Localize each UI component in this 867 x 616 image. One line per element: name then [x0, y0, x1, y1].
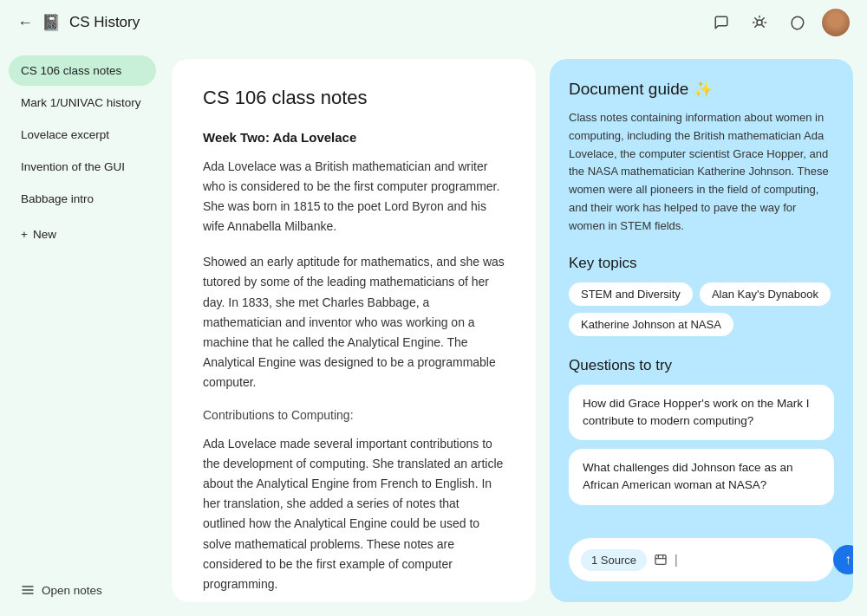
open-notes-icon	[21, 583, 35, 597]
attach-icon	[654, 553, 668, 567]
svg-point-0	[757, 20, 762, 25]
send-icon: ↑	[844, 552, 851, 567]
svg-rect-4	[655, 555, 666, 565]
questions-section: Questions to try How did Grace Hopper's …	[569, 357, 834, 514]
comment-icon	[790, 15, 805, 30]
contributions-title: Contributions to Computing:	[203, 408, 505, 422]
topics-container: STEM and Diversity Alan Kay's Dynabook K…	[569, 282, 834, 336]
sparkle-icon: ✨	[694, 80, 713, 99]
attach-icon-button[interactable]	[654, 553, 668, 567]
topbar-left: ← 📓 CS History	[17, 13, 140, 32]
bug-icon-button[interactable]	[746, 9, 773, 36]
open-notes-button[interactable]: Open notes	[9, 574, 156, 606]
source-chip[interactable]: 1 Source	[581, 549, 647, 571]
questions-heading: Questions to try	[569, 357, 834, 374]
topbar: ← 📓 CS History	[0, 0, 867, 45]
topbar-right	[707, 9, 850, 36]
question-card-2[interactable]: What challenges did Johnson face as an A…	[569, 449, 834, 505]
doc-para-2: Showed an early aptitude for mathematics…	[203, 252, 505, 392]
topic-chip-stem[interactable]: STEM and Diversity	[569, 282, 693, 306]
content-area: CS 106 class notes Week Two: Ada Lovelac…	[165, 45, 867, 616]
new-label: New	[33, 228, 56, 241]
chat-input[interactable]	[675, 553, 826, 567]
back-button[interactable]: ←	[17, 14, 33, 32]
chat-icon	[714, 15, 729, 30]
topic-chip-dynabook[interactable]: Alan Kay's Dynabook	[700, 282, 831, 306]
sidebar-item-lovelace[interactable]: Lovelace excerpt	[9, 120, 156, 150]
send-button[interactable]: ↑	[833, 545, 853, 574]
guide-panel: Document guide ✨ Class notes containing …	[550, 59, 853, 602]
guide-header: Document guide ✨	[569, 80, 834, 99]
plus-icon: +	[21, 228, 28, 241]
doc-section-heading: Week Two: Ada Lovelace	[203, 130, 505, 145]
doc-para-1: Ada Lovelace was a British mathematician…	[203, 157, 505, 237]
avatar-image	[822, 9, 850, 36]
avatar[interactable]	[822, 9, 850, 36]
question-card-1[interactable]: How did Grace Hopper's work on the Mark …	[569, 385, 834, 441]
guide-description: Class notes containing information about…	[569, 109, 834, 236]
new-note-button[interactable]: + New	[9, 219, 156, 250]
topic-chip-johnson[interactable]: Katherine Johnson at NASA	[569, 313, 733, 336]
key-topics-heading: Key topics	[569, 255, 834, 272]
comment-icon-button[interactable]	[784, 9, 812, 36]
sidebar-item-cs106[interactable]: CS 106 class notes	[9, 55, 156, 86]
open-notes-label: Open notes	[42, 584, 102, 597]
document-panel: CS 106 class notes Week Two: Ada Lovelac…	[172, 59, 536, 602]
guide-spacer	[569, 528, 834, 531]
doc-para-3: Ada Lovelace made several important cont…	[203, 434, 505, 594]
bug-icon	[752, 15, 767, 30]
app-icon: 📓	[42, 13, 61, 32]
doc-title: CS 106 class notes	[203, 87, 505, 109]
sidebar-item-babbage[interactable]: Babbage intro	[9, 184, 156, 214]
sidebar-item-mark1[interactable]: Mark 1/UNIVAC history	[9, 88, 156, 118]
app-title: CS History	[69, 14, 140, 31]
sidebar-item-gui[interactable]: Invention of the GUI	[9, 152, 156, 182]
sidebar: CS 106 class notes Mark 1/UNIVAC history…	[0, 45, 165, 616]
sidebar-spacer	[9, 250, 156, 574]
main-layout: CS 106 class notes Mark 1/UNIVAC history…	[0, 45, 867, 616]
chat-icon-button[interactable]	[707, 9, 735, 36]
input-bar: 1 Source ↑	[569, 538, 834, 581]
guide-title: Document guide	[569, 80, 688, 99]
